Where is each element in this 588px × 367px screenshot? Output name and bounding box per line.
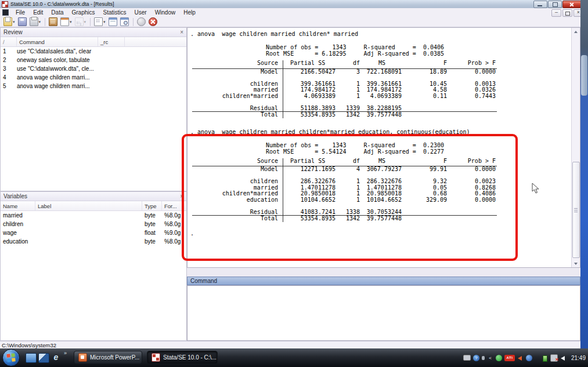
type-column-header[interactable]: Type: [142, 201, 162, 210]
command-column-header[interactable]: Command: [17, 37, 98, 46]
graph-button[interactable]: ▾: [74, 17, 88, 27]
variable-name: children: [1, 221, 35, 227]
results-window-icon: [2, 9, 9, 16]
more-button[interactable]: [136, 17, 147, 27]
results-scrollbar[interactable]: [571, 28, 580, 267]
rc-column-header[interactable]: _rc: [98, 37, 125, 46]
maximize-button[interactable]: [548, 1, 562, 8]
open-button[interactable]: ▾: [2, 17, 16, 27]
internet-explorer-icon[interactable]: e: [51, 353, 61, 362]
show-desktop-icon[interactable]: [26, 353, 37, 363]
toolbar-separator: [133, 18, 134, 26]
variables-close-icon[interactable]: ×: [180, 194, 183, 199]
volume-icon[interactable]: [560, 355, 567, 361]
break-button[interactable]: [147, 17, 158, 27]
dropdown-caret-icon[interactable]: ▾: [13, 20, 15, 24]
save-icon: [18, 17, 27, 26]
start-button[interactable]: [2, 349, 20, 366]
variable-row[interactable]: marriedbyte%8.0g: [1, 211, 186, 220]
title-bar: Stata/SE 10.0 - C:\data\wwork.dta - [Res…: [0, 0, 588, 9]
chevron-left-icon[interactable]: <: [487, 355, 493, 361]
review-row[interactable]: 4anova wage children marri...: [1, 73, 186, 82]
anova-row-model: Model12271.169543067.7923799.910.0000: [192, 166, 497, 173]
dropdown-caret-icon[interactable]: ▾: [103, 20, 106, 24]
print-button[interactable]: ▾: [28, 17, 42, 27]
anova-col-c-df: df: [338, 158, 361, 166]
command-panel-title: Command: [190, 278, 217, 284]
viewer-button[interactable]: ▾: [59, 17, 73, 27]
review-row[interactable]: 3use "C:\data\wwork.dta", cle...: [1, 64, 186, 73]
review-row[interactable]: 2oneway sales color, tabulate: [1, 56, 186, 64]
review-row[interactable]: 1use "C:\data\sales.dta", clear: [1, 47, 186, 56]
menu-help[interactable]: Help: [179, 9, 200, 16]
menu-file[interactable]: File: [12, 9, 29, 16]
data-editor-button[interactable]: [107, 17, 118, 27]
scroll-up-icon[interactable]: [572, 28, 580, 35]
ati-icon[interactable]: ATI: [504, 355, 515, 361]
taskbar-button-stata[interactable]: Stata/SE 10.0 - C:\...: [147, 351, 218, 364]
review-panel: Review × / Command _rc 1use "C:\data\sal…: [0, 27, 187, 191]
menu-window[interactable]: Window: [151, 9, 180, 16]
variable-row[interactable]: educationbyte%8.0g: [1, 237, 186, 246]
menu-graphics[interactable]: Graphics: [67, 9, 99, 16]
variable-row[interactable]: childrenbyte%8.0g: [1, 220, 186, 228]
help-icon[interactable]: ?: [473, 355, 479, 361]
save-button[interactable]: [17, 17, 28, 27]
gap-icon: [535, 355, 539, 361]
log-button[interactable]: [48, 17, 59, 27]
windows-logo-icon: [6, 353, 15, 362]
format-column-header[interactable]: For...: [162, 201, 186, 210]
command-input[interactable]: [187, 285, 580, 341]
power-icon[interactable]: [542, 355, 548, 361]
empty-column-header: [125, 37, 186, 46]
anova-col-c-p: Prob > F: [448, 158, 497, 166]
input-indicator-icon[interactable]: [482, 356, 485, 360]
anova-row-model: Model2166.504273722.16809118.890.0000: [192, 68, 497, 75]
dropdown-caret-icon[interactable]: ▾: [70, 20, 72, 24]
variables-panel-header[interactable]: Variables ×: [1, 192, 186, 201]
outer-scrollbar-thumb[interactable]: [581, 55, 587, 96]
anova-spacer-row: [192, 173, 497, 179]
dropdown-caret-icon[interactable]: ▾: [84, 20, 86, 24]
anova-row-education: education10104.6652110104.6652329.090.00…: [192, 197, 497, 204]
variable-type: byte: [142, 238, 162, 245]
name-column-header[interactable]: Name: [1, 201, 35, 210]
data-browser-button[interactable]: [119, 17, 130, 27]
close-button[interactable]: [562, 1, 581, 8]
menu-data[interactable]: Data: [47, 9, 67, 16]
menu-user[interactable]: User: [131, 9, 151, 16]
results-window: . anova wage children married children* …: [187, 27, 580, 268]
menu-statistics[interactable]: Statistics: [99, 9, 131, 16]
sort-column-header[interactable]: /: [1, 37, 17, 46]
scrollbar-thumb[interactable]: [572, 162, 580, 258]
review-panel-header[interactable]: Review ×: [1, 28, 186, 37]
variable-row[interactable]: wagefloat%9.0g: [1, 228, 186, 237]
minimize-button[interactable]: [533, 1, 547, 8]
anova-col-c-ss: Partial SS: [283, 158, 338, 166]
variable-format: %8.0g: [162, 221, 185, 227]
network-icon[interactable]: [526, 355, 532, 361]
review-close-icon[interactable]: ×: [180, 30, 183, 35]
quick-launch-overflow-icon[interactable]: »: [64, 350, 67, 356]
flip-3d-icon[interactable]: [38, 353, 49, 363]
label-column-header[interactable]: Label: [35, 201, 142, 210]
taskbar-button-powerpoint[interactable]: Microsoft PowerP...: [74, 351, 142, 364]
close-icon: [569, 2, 574, 7]
outer-scrollbar[interactable]: [580, 0, 588, 348]
anova-output-block: . anova wage children married children* …: [190, 31, 571, 118]
messenger-icon[interactable]: [496, 355, 502, 361]
scroll-down-icon[interactable]: [572, 260, 580, 267]
review-row[interactable]: 5anova wage children marri...: [1, 82, 186, 90]
dropdown-caret-icon[interactable]: ▾: [39, 20, 41, 24]
review-panel-title: Review: [3, 29, 23, 35]
keyboard-icon[interactable]: [463, 355, 471, 361]
mdi-restore-button[interactable]: [562, 9, 572, 17]
network-disconnected-icon[interactable]: [550, 354, 558, 362]
menu-edit[interactable]: Edit: [29, 9, 47, 16]
mdi-minimize-button[interactable]: –: [551, 9, 561, 17]
variables-column-headers: Name Label Type For...: [1, 201, 186, 211]
do-file-editor-button[interactable]: ▾: [93, 17, 107, 27]
do-file-editor-icon: [94, 17, 103, 26]
volume-muted-icon[interactable]: [517, 355, 524, 361]
anova-row-residual: Residual51188.3893133938.2288195: [192, 106, 497, 112]
